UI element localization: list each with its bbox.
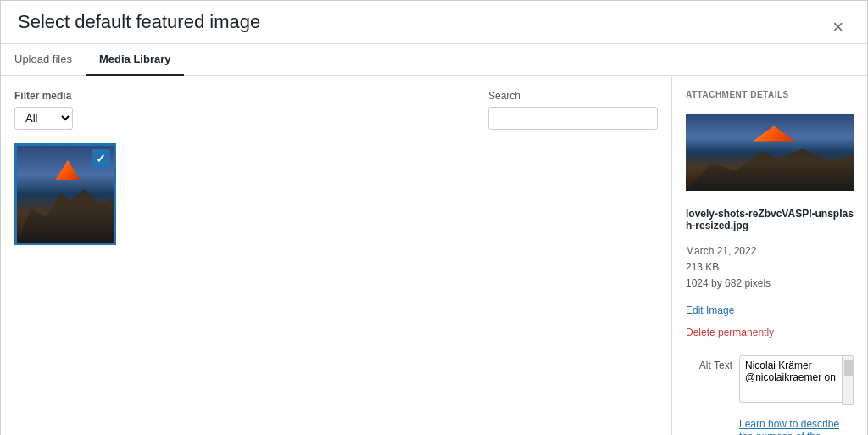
- alt-text-field-row: Alt Text Nicolai Krämer @nicolaikraemer …: [686, 355, 854, 405]
- search-label: Search: [488, 90, 520, 102]
- attachment-dimensions: 1024 by 682 pixels: [686, 277, 771, 289]
- tabs-row: Upload files Media Library: [1, 44, 867, 76]
- search-group: Search: [488, 90, 658, 130]
- close-button[interactable]: ×: [826, 14, 850, 40]
- attachment-preview: [686, 114, 854, 191]
- tab-media-library[interactable]: Media Library: [86, 44, 185, 76]
- media-grid: ✓: [14, 143, 658, 435]
- alt-text-wrapper: Nicolai Krämer @nicolaikraemer on: [739, 355, 854, 405]
- modal-container: Select default featured image × Upload f…: [0, 0, 868, 435]
- tab-upload[interactable]: Upload files: [1, 44, 86, 76]
- attachment-meta: March 21, 2022 213 KB 1024 by 682 pixels: [686, 243, 854, 293]
- delete-permanently-link[interactable]: Delete permanently: [686, 326, 854, 338]
- selected-check-icon: ✓: [92, 149, 110, 168]
- attachment-filename: lovely-shots-reZbvcVASPI-unsplash-resize…: [686, 208, 854, 231]
- modal-body: Filter media All Search ✓ Showing 1: [1, 76, 867, 435]
- filter-label: Filter media: [14, 90, 73, 102]
- attachment-size: 213 KB: [686, 261, 719, 273]
- alt-text-input[interactable]: Nicolai Krämer @nicolaikraemer on: [739, 355, 854, 403]
- modal-header: Select default featured image ×: [1, 1, 867, 44]
- sidebar: ATTACHMENT DETAILS lovely-shots-reZbvcVA…: [672, 76, 867, 435]
- edit-image-link[interactable]: Edit Image: [686, 304, 854, 316]
- attachment-thumb: [686, 114, 854, 191]
- attachment-date: March 21, 2022: [686, 245, 756, 257]
- alt-text-label: Alt Text: [686, 355, 732, 371]
- attachment-details-title: ATTACHMENT DETAILS: [686, 90, 854, 99]
- scroll-thumb: [844, 360, 853, 376]
- search-input[interactable]: [488, 107, 658, 130]
- modal-title: Select default featured image: [18, 11, 260, 43]
- filter-group: Filter media All: [14, 90, 73, 130]
- filter-select[interactable]: All: [14, 107, 73, 130]
- filter-search-row: Filter media All Search: [14, 90, 658, 130]
- learn-note-area: Learn how to describe the purpose of the…: [686, 417, 854, 435]
- main-area: Filter media All Search ✓ Showing 1: [1, 76, 672, 435]
- media-item[interactable]: ✓: [14, 143, 116, 245]
- scroll-indicator: [842, 355, 854, 405]
- learn-link[interactable]: Learn how to describe the purpose of the…: [739, 418, 839, 435]
